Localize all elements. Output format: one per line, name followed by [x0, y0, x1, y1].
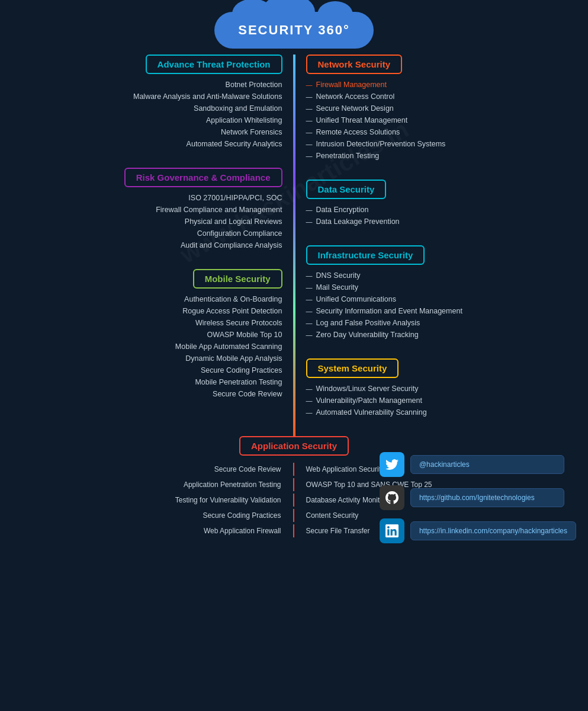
- list-item: Network Forensics: [221, 126, 282, 138]
- cloud-shape: SECURITY 360°: [214, 12, 373, 49]
- github-link[interactable]: https://github.com/Ignitetechnologies: [410, 488, 564, 507]
- list-item: Log and False Positive Analysis: [306, 317, 420, 329]
- ds-label: Data Security: [306, 180, 387, 199]
- atp-header: Advance Threat Protection: [22, 55, 282, 74]
- list-item: Secure Coding Practices: [201, 364, 282, 376]
- list-item: Mail Security: [306, 281, 359, 293]
- atp-label: Advance Threat Protection: [146, 55, 282, 74]
- list-item: Mobile Penetration Testing: [195, 376, 282, 388]
- ns-items: Firewall Management Network Access Contr…: [306, 79, 567, 162]
- list-item: Unified Threat Management: [306, 114, 408, 126]
- list-item: Intrusion Detection/Prevention Systems: [306, 138, 446, 150]
- list-item: Secure Code Review: [213, 388, 282, 400]
- list-item: Remote Access Solutions: [306, 126, 400, 138]
- social-section: @hackinarticles https://github.com/Ignit…: [380, 452, 576, 543]
- app-sec-label: Application Security: [239, 436, 349, 456]
- ss-items: Windows/Linux Server Security Vulnerabil…: [306, 383, 567, 418]
- list-item: Malware Analysis and Anti-Malware Soluti…: [133, 91, 282, 103]
- list-item: Web Application Firewall: [117, 524, 294, 537]
- main-content: Advance Threat Protection Botnet Protect…: [0, 55, 588, 436]
- list-item: Zero Day Vulnerability Tracking: [306, 329, 419, 341]
- twitter-item: @hackinarticles: [380, 452, 576, 477]
- linkedin-link[interactable]: https://in.linkedin.com/company/hackinga…: [410, 521, 576, 540]
- list-item: Secure Code Review: [117, 463, 294, 476]
- is-header: Infrastructure Security: [306, 245, 567, 265]
- list-item: Audit and Compliance Analysis: [181, 239, 282, 251]
- list-item: Rogue Access Point Detection: [182, 305, 282, 317]
- page-container: www.hackinarticles.in SECURITY 360° Adva…: [0, 0, 588, 579]
- list-item: OWASP Mobile Top 10: [207, 329, 282, 341]
- list-item: DNS Security: [306, 270, 361, 281]
- twitter-link[interactable]: @hackinarticles: [410, 455, 564, 474]
- center-line: [293, 55, 295, 436]
- category-ns: Network Security Firewall Management Net…: [306, 55, 567, 162]
- category-ms: Mobile Security Authentication & On-Boar…: [22, 269, 282, 400]
- linkedin-item: https://in.linkedin.com/company/hackinga…: [380, 518, 576, 543]
- list-item: Penetration Testing: [306, 150, 380, 162]
- list-item: Mobile App Automated Scanning: [175, 341, 282, 353]
- category-is: Infrastructure Security DNS Security Mai…: [306, 245, 567, 341]
- ns-header: Network Security: [306, 55, 567, 74]
- list-item: Firewall Compliance and Management: [156, 204, 282, 216]
- rgc-label: Risk Governance & Compliance: [124, 168, 282, 187]
- list-item: Automated Security Analytics: [187, 138, 282, 150]
- linkedin-icon: [380, 518, 404, 543]
- list-item: Configuration Compliance: [197, 228, 282, 239]
- list-item: Application Penetration Testing: [117, 478, 294, 491]
- left-column: Advance Threat Protection Botnet Protect…: [22, 55, 294, 436]
- ms-items: Authentication & On-Boarding Rogue Acces…: [22, 293, 282, 400]
- list-item: Automated Vulnerability Scanning: [306, 406, 427, 418]
- ss-label: System Security: [306, 358, 399, 378]
- list-item: Unified Communications: [306, 293, 396, 305]
- list-item: Sandboxing and Emulation: [194, 103, 282, 114]
- ms-header: Mobile Security: [22, 269, 282, 289]
- ms-label: Mobile Security: [193, 269, 282, 289]
- is-label: Infrastructure Security: [306, 245, 425, 265]
- list-item: Testing for Vulnerability Validation: [117, 494, 294, 507]
- is-items: DNS Security Mail Security Unified Commu…: [306, 270, 567, 341]
- list-item: Firewall Management: [306, 79, 387, 91]
- list-item: ISO 27001/HIPPA/PCI, SOC: [188, 192, 282, 204]
- list-item: Secure Coding Practices: [117, 509, 294, 522]
- category-atp: Advance Threat Protection Botnet Protect…: [22, 55, 282, 150]
- category-ds: Data Security Data Encryption Data Leaka…: [306, 180, 567, 228]
- ds-items: Data Encryption Data Leakage Prevention: [306, 204, 567, 228]
- atp-items: Botnet Protection Malware Analysis and A…: [22, 79, 282, 150]
- github-item: https://github.com/Ignitetechnologies: [380, 485, 576, 510]
- list-item: Wireless Secure Protocols: [195, 317, 282, 329]
- list-item: Data Leakage Prevention: [306, 216, 400, 228]
- page-title: SECURITY 360°: [238, 23, 349, 37]
- list-item: Security Information and Event Managemen…: [306, 305, 462, 317]
- list-item: Data Encryption: [306, 204, 369, 216]
- github-icon: [380, 485, 404, 510]
- twitter-icon: [380, 452, 404, 477]
- list-item: Authentication & On-Boarding: [184, 293, 282, 305]
- list-item: Botnet Protection: [226, 79, 282, 91]
- rgc-header: Risk Governance & Compliance: [22, 168, 282, 187]
- list-item: Application Whitelisting: [206, 114, 282, 126]
- cloud-container: SECURITY 360°: [0, 0, 588, 49]
- category-rgc: Risk Governance & Compliance ISO 27001/H…: [22, 168, 282, 251]
- list-item: Physical and Logical Reviews: [185, 216, 282, 228]
- right-column: Network Security Firewall Management Net…: [294, 55, 567, 436]
- list-item: Secure Network Design: [306, 103, 394, 114]
- ds-header: Data Security: [306, 180, 567, 199]
- rgc-items: ISO 27001/HIPPA/PCI, SOC Firewall Compli…: [22, 192, 282, 251]
- list-item: Network Access Control: [306, 91, 395, 103]
- ss-header: System Security: [306, 358, 567, 378]
- list-item: Windows/Linux Server Security: [306, 383, 419, 395]
- ns-label: Network Security: [306, 55, 403, 74]
- list-item: Vulnerability/Patch Management: [306, 395, 423, 406]
- list-item: Dynamic Mobile App Analysis: [185, 353, 282, 364]
- category-ss: System Security Windows/Linux Server Sec…: [306, 358, 567, 418]
